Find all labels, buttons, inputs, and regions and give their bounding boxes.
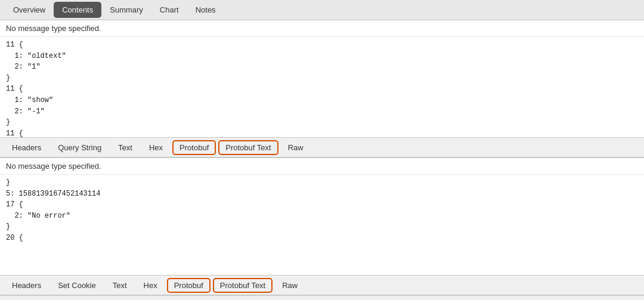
top-tab-bar: Overview Contents Summary Chart Notes [0, 0, 644, 20]
tab-raw-2[interactable]: Raw [275, 278, 305, 293]
panel2-status: No message type specified. [0, 158, 644, 175]
tab-notes[interactable]: Notes [187, 2, 224, 18]
tab-raw-1[interactable]: Raw [281, 140, 311, 155]
panel2-code: } 5: 1588139167452143114 17 { 2: "No err… [0, 175, 644, 275]
tab-text-2[interactable]: Text [106, 278, 134, 293]
tab-protobuftext-2[interactable]: Protobuf Text [213, 278, 273, 293]
tab-text-1[interactable]: Text [111, 140, 140, 155]
tab-querystring-1[interactable]: Query String [51, 140, 109, 155]
tab-hex-1[interactable]: Hex [142, 140, 170, 155]
panel-1: No message type specified. 11 { 1: "oldt… [0, 20, 644, 158]
panel1-tab-bar: Headers Query String Text Hex Protobuf P… [0, 137, 644, 157]
tab-chart[interactable]: Chart [151, 2, 187, 18]
panel1-status: No message type specified. [0, 20, 644, 37]
tab-headers-1[interactable]: Headers [5, 140, 48, 155]
panel2-tab-bar: Headers Set Cookie Text Hex Protobuf Pro… [0, 275, 644, 295]
tab-summary[interactable]: Summary [101, 2, 151, 18]
panel1-code: 11 { 1: "oldtext" 2: "1" } 11 { 1: "show… [0, 37, 644, 137]
tab-hex-2[interactable]: Hex [137, 278, 165, 293]
panel-2: No message type specified. } 5: 15881391… [0, 158, 644, 296]
tab-headers-2[interactable]: Headers [5, 278, 48, 293]
tab-contents[interactable]: Contents [54, 2, 101, 18]
tab-protobuf-2[interactable]: Protobuf [167, 278, 210, 293]
tab-protobuftext-1[interactable]: Protobuf Text [218, 140, 278, 155]
tab-protobuf-1[interactable]: Protobuf [172, 140, 216, 155]
tab-overview[interactable]: Overview [5, 2, 54, 18]
tab-setcookie-2[interactable]: Set Cookie [51, 278, 103, 293]
